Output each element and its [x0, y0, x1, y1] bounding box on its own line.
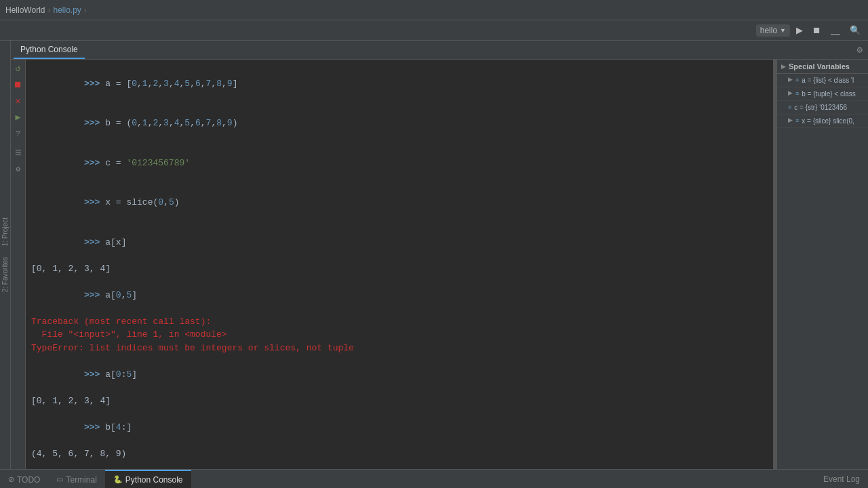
tab-todo[interactable]: ⊘ TODO: [0, 470, 48, 488]
console-line-8: >>> b[4:]: [31, 407, 768, 447]
panel-expand-arrow[interactable]: ▶: [781, 63, 786, 70]
sidebar-item-favorites[interactable]: 2: Favorites: [0, 251, 10, 298]
tab-terminal[interactable]: ▭ Terminal: [48, 470, 104, 488]
panel-title: Special Variables: [789, 62, 850, 70]
restart-icon[interactable]: ↺: [12, 62, 24, 75]
console-settings-icon[interactable]: ⚙: [857, 44, 863, 56]
run-config[interactable]: hello ▼: [756, 24, 790, 37]
stop-console-icon[interactable]: ⏹: [12, 79, 24, 91]
stop-button[interactable]: ⏹: [809, 23, 825, 37]
coverage-button[interactable]: ⎯⎯: [827, 24, 844, 37]
breadcrumb-sep1: ›: [47, 5, 50, 15]
bottom-tabbar: ⊘ TODO ▭ Terminal 🐍 Python Console Event…: [0, 469, 868, 488]
settings-console-icon[interactable]: ⚙: [12, 163, 24, 175]
var-c-icon: ≡: [788, 104, 791, 110]
type-error: TypeError: list indices must be integers…: [31, 342, 768, 355]
run-config-arrow: ▼: [780, 27, 786, 34]
var-a-expand[interactable]: ▶: [788, 76, 793, 83]
console-line-2: >>> b = (0,1,2,3,4,5,6,7,8,9): [31, 104, 768, 144]
output-line-1: [0, 1, 2, 3, 4]: [31, 262, 768, 276]
event-log-label: Event Log: [823, 474, 860, 484]
console-line-1: >>> a = [0,1,2,3,4,5,6,7,8,9]: [31, 64, 768, 104]
var-b-text: b = {tuple} < class: [802, 89, 856, 98]
event-log-tab[interactable]: Event Log: [815, 470, 868, 488]
console-line-3: >>> c = '0123456789': [31, 143, 768, 183]
var-a-icon: ≡: [795, 77, 799, 83]
tab-python-console-bottom[interactable]: 🐍 Python Console: [105, 470, 191, 488]
run-button[interactable]: ▶: [793, 23, 806, 37]
terminal-label: Terminal: [66, 475, 96, 485]
traceback-file: File "<input>", line 1, in <module>: [31, 328, 768, 342]
console-line-6: >>> a[0,5]: [31, 275, 768, 315]
close-console-icon[interactable]: ✕: [12, 95, 24, 107]
console-side-toolbar: ↺ ⏹ ✕ ▶ ? ☰ ⚙: [11, 60, 26, 469]
sidebar-item-project[interactable]: 1: Project: [0, 212, 10, 251]
console-line-4: >>> x = slice(0,5): [31, 183, 768, 223]
var-x-icon: ≡: [795, 117, 799, 124]
terminal-icon: ▭: [56, 475, 63, 484]
file-name[interactable]: hello.py: [53, 5, 81, 15]
var-item-b[interactable]: ▶ ≡ b = {tuple} < class: [777, 87, 868, 101]
run-config-label: hello: [760, 26, 777, 35]
tab-python-console[interactable]: Python Console: [14, 41, 85, 59]
todo-icon: ⊘: [8, 475, 14, 484]
breadcrumb-sep2: ›: [84, 5, 87, 15]
far-left-sidebar: 1: Project 2: Favorites: [0, 41, 11, 469]
traceback-header: Traceback (most recent call last):: [31, 315, 768, 329]
help-icon[interactable]: ?: [12, 127, 24, 140]
var-item-a[interactable]: ▶ ≡ a = {list} < class 'l: [777, 74, 868, 87]
var-item-c[interactable]: ≡ c = {str} '0123456: [777, 101, 868, 115]
todo-label: TODO: [17, 475, 40, 485]
search-button[interactable]: 🔍: [846, 23, 864, 37]
python-console-tab-label: Python Console: [20, 45, 78, 54]
project-name[interactable]: HelloWorld: [5, 5, 45, 15]
var-c-text: c = {str} '0123456: [794, 103, 847, 112]
console-line-5: >>> a[x]: [31, 222, 768, 262]
titlebar: HelloWorld › hello.py ›: [0, 0, 868, 20]
content-area: Python Console ⚙ ↺ ⏹ ✕ ▶ ? ☰ ⚙ >>: [11, 41, 868, 469]
console-tab-bar: Python Console ⚙: [11, 41, 868, 60]
right-panel: ▶ Special Variables ▶ ≡ a = {list} < cla…: [776, 60, 868, 469]
var-b-icon: ≡: [795, 90, 799, 97]
prompt-1: >>>: [84, 79, 100, 89]
run-console-icon[interactable]: ▶: [12, 111, 24, 123]
var-x-text: x = {slice} slice(0,: [802, 117, 854, 125]
list-icon[interactable]: ☰: [12, 146, 24, 159]
output-line-3: (4, 5, 6, 7, 8, 9): [31, 447, 768, 461]
output-line-2: [0, 1, 2, 3, 4]: [31, 394, 768, 408]
var-b-expand[interactable]: ▶: [788, 89, 793, 96]
console-output[interactable]: >>> a = [0,1,2,3,4,5,6,7,8,9] >>> b = (0…: [26, 60, 773, 469]
python-console-bottom-label: Python Console: [125, 475, 183, 485]
console-line-7: >>> a[0:5]: [31, 354, 768, 394]
python-icon: 🐍: [113, 475, 123, 484]
var-item-x[interactable]: ▶ ≡ x = {slice} slice(0,: [777, 115, 868, 128]
right-panel-header: ▶ Special Variables: [777, 60, 868, 74]
main-area: 1: Project 2: Favorites Python Console ⚙…: [0, 41, 868, 469]
top-toolbar: hello ▼ ▶ ⏹ ⎯⎯ 🔍: [0, 20, 868, 41]
console-line-9: >>> b[:6]: [31, 460, 768, 469]
var-x-expand[interactable]: ▶: [788, 117, 793, 123]
var-a-text: a = {list} < class 'l: [802, 76, 854, 85]
